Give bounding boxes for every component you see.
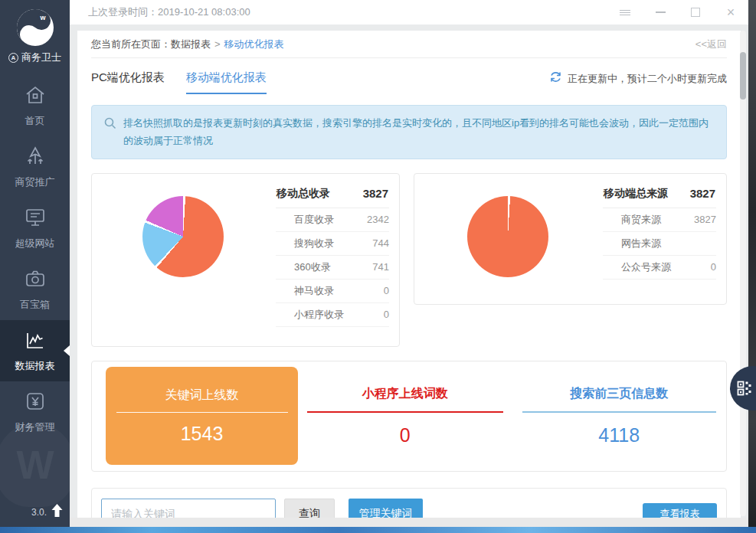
chart-card-inclusion: 移动总收录 3827 百度收录 2342 搜狗收录 744 [91, 173, 400, 347]
manage-keywords-button[interactable]: 管理关键词 [349, 499, 423, 518]
sidebar-item-label: 首页 [25, 114, 45, 128]
minimize-button[interactable] [653, 5, 667, 19]
legend-total: 3827 [363, 187, 388, 200]
legend-label: 神马收录 [294, 284, 384, 298]
legend-label: 公众号来源 [621, 260, 711, 274]
sidebar-item-label: 百宝箱 [20, 298, 50, 312]
update-arrow-icon[interactable] [51, 503, 64, 521]
stats-card: 关键词上线数 1543 小程序上线词数 0 搜索前三页信息数 4118 [91, 361, 727, 472]
legend-value: 0 [384, 285, 389, 296]
sidebar-item-toolbox[interactable]: 百宝箱 [0, 259, 70, 320]
legend-row: 小程序收录 0 [276, 303, 389, 327]
scrollbar[interactable] [740, 31, 746, 516]
legend-row: 公众号来源 0 [603, 256, 716, 280]
legend-label: 百度收录 [294, 213, 367, 227]
report-icon [24, 329, 47, 354]
back-link[interactable]: <<返回 [695, 38, 727, 51]
legend-value: 3827 [694, 214, 716, 225]
legend-title: 移动总收录 [277, 187, 330, 201]
tab-mobile-report[interactable]: 移动端优化报表 [186, 70, 267, 94]
titlebar: 上次登录时间：2019-10-21 08:03:00 × [70, 0, 748, 25]
close-button[interactable]: × [724, 5, 738, 19]
update-status-text: 正在更新中，预计二个小时更新完成 [568, 72, 727, 86]
sidebar-item-promotion[interactable]: 商贸推广 [0, 136, 70, 198]
sidebar-item-website[interactable]: 超级网站 [0, 198, 70, 259]
legend-inclusion: 移动总收录 3827 百度收录 2342 搜狗收录 744 [276, 183, 389, 346]
qr-icon [737, 381, 752, 396]
refresh-icon [549, 70, 562, 87]
sidebar-watermark: W [0, 423, 70, 507]
window-controls: × [618, 5, 738, 19]
legend-label: 网告来源 [621, 237, 716, 250]
stat-divider [116, 412, 288, 413]
breadcrumb-section: 数据报表 [171, 38, 211, 51]
website-icon [24, 207, 47, 231]
window-bottom-frame [70, 518, 748, 527]
tab-pc-report[interactable]: PC端优化报表 [91, 70, 165, 94]
last-login-text: 上次登录时间：2019-10-21 08:03:00 [88, 5, 250, 19]
menu-icon[interactable] [618, 5, 632, 19]
svg-text:w: w [39, 14, 46, 21]
update-status: 正在更新中，预计二个小时更新完成 [549, 70, 727, 94]
legend-value: 744 [372, 237, 389, 249]
search-magnifier-icon [104, 117, 116, 150]
tabs-row: PC端优化报表 移动端优化报表 正在更新中，预计二个小时更新完成 [77, 58, 741, 94]
brand-name: 商务卫士 [21, 51, 61, 64]
swatch-gongzhonghao [603, 262, 613, 272]
scrollbar-thumb[interactable] [740, 52, 746, 100]
swatch-wanggao [603, 238, 613, 248]
breadcrumb-current[interactable]: 移动优化报表 [224, 38, 284, 51]
swatch-baidu [276, 214, 286, 224]
sidebar: w A 商务卫士 首页 [0, 0, 70, 527]
sidebar-item-label: 超级网站 [15, 237, 55, 250]
active-notch [64, 345, 70, 356]
legend-value: 0 [711, 261, 716, 273]
legend-title: 移动端总来源 [604, 187, 668, 201]
keyword-toolbar: 查询 管理关键词 查看报表 [91, 488, 727, 518]
breadcrumb-separator: > [214, 38, 221, 50]
version: 3.0. [31, 503, 64, 521]
stat-label: 关键词上线数 [165, 387, 239, 404]
sidebar-item-home[interactable]: 首页 [0, 75, 70, 136]
query-button[interactable]: 查询 [284, 499, 335, 518]
legend-row: 360收录 741 [276, 256, 389, 280]
stat-miniprogram-words[interactable]: 小程序上线词数 0 [298, 386, 512, 446]
legend-row: 网告来源 [603, 232, 716, 256]
notice-banner: 排名快照抓取的是报表更新时刻的真实数据，搜索引擎的排名是实时变化的，且不同地区i… [91, 105, 727, 159]
swatch-360 [276, 262, 286, 272]
stat-value: 0 [400, 424, 411, 446]
charts-row: 移动总收录 3827 百度收录 2342 搜狗收录 744 [91, 173, 727, 347]
legend-row: 神马收录 0 [276, 280, 389, 303]
sidebar-item-label: 数据报表 [15, 359, 55, 373]
stat-value: 1543 [181, 423, 224, 445]
desktop-wallpaper-bottom [0, 527, 756, 533]
home-icon [24, 84, 47, 109]
keyword-input[interactable] [101, 499, 276, 518]
legend-label: 360收录 [294, 260, 372, 274]
breadcrumb-prefix: 您当前所在页面： [91, 38, 171, 51]
desktop-wallpaper-right [748, 0, 756, 527]
stat-divider [522, 411, 716, 413]
main-panel: 您当前所在页面： 数据报表 > 移动优化报表 <<返回 PC端优化报表 移动端优… [77, 31, 741, 518]
view-report-button[interactable]: 查看报表 [643, 503, 717, 518]
side-nav: 首页 商贸推广 超级网 [0, 75, 70, 443]
stat-value: 4118 [598, 424, 640, 446]
stat-top3-info[interactable]: 搜索前三页信息数 4118 [512, 386, 727, 446]
stat-label: 搜索前三页信息数 [570, 386, 668, 402]
legend-value: 2342 [367, 214, 389, 225]
stat-label: 小程序上线词数 [362, 386, 448, 402]
sidebar-item-data-report[interactable]: 数据报表 [0, 320, 70, 381]
legend-row: 商贸来源 3827 [603, 208, 716, 232]
content-area: 您当前所在页面： 数据报表 > 移动优化报表 <<返回 PC端优化报表 移动端优… [70, 25, 748, 518]
swatch-sogou [276, 238, 286, 248]
finance-icon [24, 391, 47, 415]
swatch-shenma [276, 286, 286, 296]
maximize-button[interactable] [689, 5, 702, 19]
legend-label: 搜狗收录 [294, 237, 372, 250]
breadcrumb: 您当前所在页面： 数据报表 > 移动优化报表 <<返回 [91, 31, 727, 58]
app-logo: w [14, 6, 57, 49]
promotion-icon [24, 146, 47, 170]
pie-chart-mobile-source [467, 196, 548, 277]
stat-keywords-online[interactable]: 关键词上线数 1543 [106, 367, 298, 465]
version-text: 3.0. [31, 507, 47, 518]
